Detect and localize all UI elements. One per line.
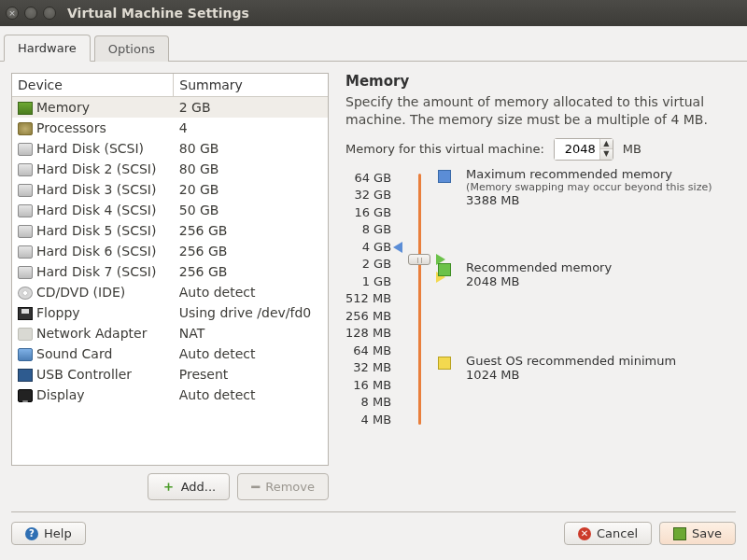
device-summary: 256 GB bbox=[174, 220, 328, 241]
memory-tick: 512 MB bbox=[345, 290, 401, 308]
window-close-icon[interactable]: × bbox=[6, 7, 19, 20]
memory-field-label: Memory for this virtual machine: bbox=[345, 142, 544, 156]
column-header-summary[interactable]: Summary bbox=[174, 74, 328, 97]
minus-icon: ━ bbox=[251, 479, 260, 496]
window-maximize-icon[interactable] bbox=[43, 7, 56, 20]
memory-tick: 256 MB bbox=[345, 308, 401, 326]
table-row[interactable]: CD/DVD (IDE)Auto detect bbox=[12, 282, 328, 302]
column-header-device[interactable]: Device bbox=[12, 74, 174, 97]
memory-spinbox[interactable]: ▲ ▼ bbox=[554, 138, 613, 161]
device-name: Hard Disk 7 (SCSI) bbox=[36, 264, 156, 279]
table-row[interactable]: Hard Disk 4 (SCSI)50 GB bbox=[12, 200, 328, 220]
device-name: Hard Disk 4 (SCSI) bbox=[36, 203, 156, 217]
device-table[interactable]: Device Summary Memory2 GBProcessors4Hard… bbox=[11, 73, 329, 466]
cd-icon bbox=[18, 287, 33, 300]
memory-tick: 64 MB bbox=[345, 343, 401, 360]
table-row[interactable]: Memory2 GB bbox=[12, 97, 328, 119]
floppy-icon bbox=[18, 307, 33, 320]
marker-column bbox=[438, 170, 462, 429]
spin-down-icon[interactable]: ▼ bbox=[599, 149, 613, 160]
memory-tick: 16 MB bbox=[345, 377, 401, 395]
guest-min-label: Guest OS recommended minimum bbox=[466, 354, 676, 368]
recommended-memory-label: Recommended memory bbox=[466, 260, 612, 274]
device-summary: 256 GB bbox=[174, 241, 328, 261]
hdd-icon bbox=[18, 163, 33, 176]
help-button[interactable]: ? Help bbox=[11, 522, 86, 545]
recommended-memory-value: 2048 MB bbox=[466, 274, 612, 288]
memory-tick: 8 MB bbox=[345, 394, 401, 412]
cancel-button[interactable]: ✕ Cancel bbox=[564, 522, 652, 545]
device-name: Network Adapter bbox=[36, 326, 147, 341]
mem-icon bbox=[18, 102, 33, 115]
device-name: USB Controller bbox=[36, 367, 132, 382]
table-row[interactable]: FloppyUsing drive /dev/fd0 bbox=[12, 302, 328, 323]
device-name: Hard Disk 2 (SCSI) bbox=[36, 161, 156, 176]
device-summary: 4 bbox=[174, 118, 328, 138]
memory-input[interactable] bbox=[555, 139, 599, 160]
tab-bar: Hardware Options bbox=[0, 34, 747, 62]
memory-tick: 32 MB bbox=[345, 359, 401, 377]
slider-track bbox=[418, 174, 421, 426]
memory-tick: 128 MB bbox=[345, 325, 401, 343]
hdd-icon bbox=[18, 245, 33, 259]
window-minimize-icon[interactable] bbox=[24, 7, 37, 20]
device-summary: 80 GB bbox=[174, 159, 328, 179]
table-row[interactable]: Hard Disk 3 (SCSI)20 GB bbox=[12, 179, 328, 200]
cpu-icon bbox=[18, 122, 33, 135]
remove-button: ━ Remove bbox=[237, 473, 329, 500]
device-summary: 256 GB bbox=[174, 261, 328, 282]
max-memory-value: 3388 MB bbox=[466, 193, 712, 207]
device-summary: 80 GB bbox=[174, 138, 328, 159]
device-name: CD/DVD (IDE) bbox=[36, 285, 125, 300]
device-summary: Auto detect bbox=[174, 343, 328, 364]
device-name: Display bbox=[36, 387, 85, 402]
hdd-icon bbox=[18, 266, 33, 279]
table-row[interactable]: Hard Disk 2 (SCSI)80 GB bbox=[12, 159, 328, 179]
device-summary: 20 GB bbox=[174, 179, 328, 200]
device-summary: 2 GB bbox=[174, 97, 328, 119]
tab-options[interactable]: Options bbox=[94, 35, 169, 62]
slider-thumb[interactable] bbox=[408, 254, 430, 265]
memory-slider[interactable] bbox=[401, 170, 438, 429]
table-row[interactable]: Processors4 bbox=[12, 118, 328, 138]
memory-tick-labels: 64 GB32 GB16 GB8 GB4 GB2 GB1 GB512 MB256… bbox=[345, 170, 401, 429]
max-marker-icon bbox=[438, 170, 451, 183]
table-row[interactable]: Hard Disk (SCSI)80 GB bbox=[12, 138, 328, 159]
add-button-label: Add... bbox=[181, 480, 217, 494]
window-titlebar: × Virtual Machine Settings bbox=[0, 0, 747, 26]
device-name: Hard Disk 5 (SCSI) bbox=[36, 223, 156, 238]
device-name: Hard Disk (SCSI) bbox=[36, 141, 144, 156]
max-pointer-icon bbox=[393, 242, 402, 253]
table-row[interactable]: DisplayAuto detect bbox=[12, 385, 328, 405]
memory-field-unit: MB bbox=[623, 142, 641, 156]
device-summary: Auto detect bbox=[174, 385, 328, 405]
cancel-icon: ✕ bbox=[578, 527, 591, 540]
table-row[interactable]: Sound CardAuto detect bbox=[12, 343, 328, 364]
memory-tick: 16 GB bbox=[345, 204, 401, 222]
spin-up-icon[interactable]: ▲ bbox=[599, 139, 613, 149]
add-button[interactable]: ＋ Add... bbox=[148, 473, 231, 500]
device-name: Floppy bbox=[36, 305, 80, 320]
table-row[interactable]: USB ControllerPresent bbox=[12, 364, 328, 385]
table-row[interactable]: Hard Disk 6 (SCSI)256 GB bbox=[12, 241, 328, 261]
guest-min-marker-icon bbox=[438, 357, 451, 370]
tab-hardware[interactable]: Hardware bbox=[4, 35, 91, 62]
save-icon bbox=[673, 527, 686, 540]
hdd-icon bbox=[18, 204, 33, 217]
table-row[interactable]: Network AdapterNAT bbox=[12, 323, 328, 343]
hdd-icon bbox=[18, 143, 33, 156]
cancel-button-label: Cancel bbox=[597, 526, 638, 540]
device-name: Memory bbox=[36, 100, 90, 115]
device-summary: NAT bbox=[174, 323, 328, 343]
memory-tick: 32 GB bbox=[345, 187, 401, 204]
table-row[interactable]: Hard Disk 5 (SCSI)256 GB bbox=[12, 220, 328, 241]
memory-section-desc: Specify the amount of memory allocated t… bbox=[345, 93, 730, 129]
memory-tick: 1 GB bbox=[345, 273, 401, 291]
device-summary: Using drive /dev/fd0 bbox=[174, 302, 328, 323]
hdd-icon bbox=[18, 225, 33, 238]
device-summary: Auto detect bbox=[174, 282, 328, 302]
save-button[interactable]: Save bbox=[659, 522, 736, 545]
table-row[interactable]: Hard Disk 7 (SCSI)256 GB bbox=[12, 261, 328, 282]
help-button-label: Help bbox=[44, 526, 72, 540]
device-name: Hard Disk 6 (SCSI) bbox=[36, 244, 156, 259]
